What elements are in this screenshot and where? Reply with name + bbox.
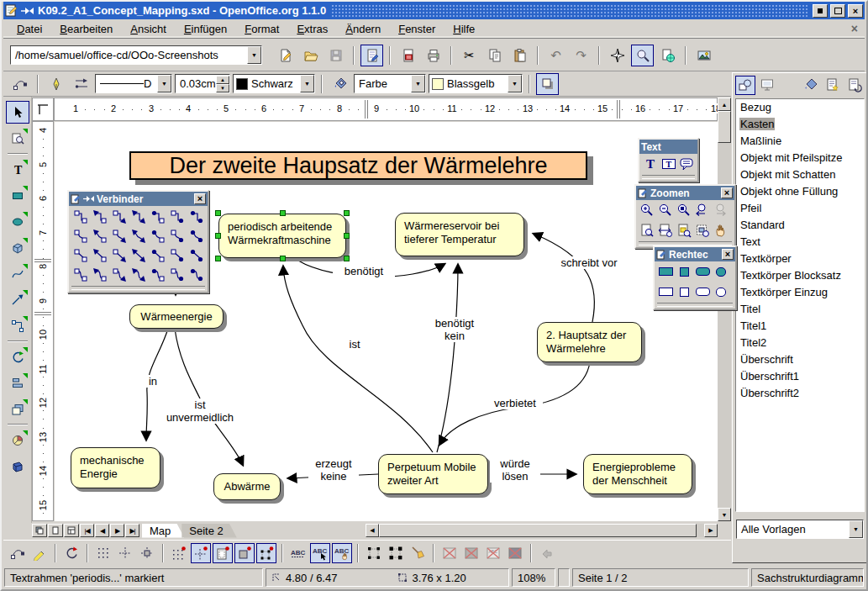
connector-type-icon[interactable]: [129, 226, 148, 245]
layer-view-button[interactable]: [64, 524, 79, 537]
rectangle-outline-button[interactable]: [656, 282, 675, 301]
minimize-button[interactable]: [813, 4, 828, 18]
line-style-dropdown[interactable]: ▼: [157, 75, 171, 92]
hatch-placeholder-button[interactable]: [505, 543, 525, 563]
effects-rotate-tool[interactable]: [6, 346, 29, 368]
selection-handle[interactable]: [215, 256, 221, 261]
export-pdf-button[interactable]: [397, 45, 419, 66]
status-zoom[interactable]: 108%: [512, 568, 555, 587]
style-item-text[interactable]: Text: [736, 235, 864, 251]
menu-einfuegen[interactable]: Einfügen: [177, 21, 234, 37]
palette-resize-strip[interactable]: [71, 286, 205, 290]
selection-handle[interactable]: [280, 210, 286, 216]
close-document-button[interactable]: ×: [851, 22, 858, 35]
menu-datei[interactable]: Datei: [10, 21, 49, 37]
arrow-style-button[interactable]: [70, 73, 92, 95]
square-outline-button[interactable]: [675, 282, 693, 301]
style-item-textkoerper-blocksatz[interactable]: Textkörper Blocksatz: [736, 268, 864, 285]
snap-object-frame-button[interactable]: [234, 543, 255, 563]
rounded-rectangle-filled-button[interactable]: [693, 262, 712, 281]
modify-with-attributes-button[interactable]: [408, 543, 428, 563]
line-width-down[interactable]: ▼: [216, 84, 229, 92]
style-item-objekt-mit-pfeilspitze[interactable]: Objekt mit Pfeilspitze: [736, 150, 864, 167]
rounded-rectangle-outline-button[interactable]: [693, 282, 712, 301]
edge-label-ist[interactable]: ist: [340, 338, 369, 351]
maximize-button[interactable]: [830, 4, 845, 18]
navigator-button[interactable]: [606, 45, 629, 66]
fill-color-combobox[interactable]: Blassgelb ▼: [429, 74, 523, 93]
connector-type-icon[interactable]: [148, 265, 167, 284]
style-item-ueberschrift2[interactable]: Überschrift2: [736, 386, 864, 403]
horizontal-scroll-track[interactable]: [697, 524, 704, 537]
connector-type-icon[interactable]: [129, 245, 148, 265]
zoom-optimal-button[interactable]: [675, 221, 693, 240]
connector-type-icon[interactable]: [187, 245, 206, 265]
tab-seite-2[interactable]: Seite 2: [181, 524, 236, 538]
selection-handle[interactable]: [344, 210, 350, 216]
menu-bearbeiten[interactable]: Bearbeiten: [53, 21, 119, 37]
master-view-button[interactable]: [48, 524, 63, 537]
zoom-tool[interactable]: [6, 127, 29, 150]
3d-objects-tool[interactable]: [6, 236, 29, 259]
lines-arrows-tool[interactable]: [6, 288, 29, 311]
3d-controller-tool[interactable]: [6, 455, 29, 478]
line-style-combobox[interactable]: D ▼: [95, 74, 172, 93]
node-hauptsatz[interactable]: 2. Hauptsatz der Wärmelehre: [537, 322, 642, 362]
rectangle-filled-button[interactable]: [656, 262, 675, 281]
new-document-button[interactable]: [274, 45, 297, 66]
picture-placeholder-button[interactable]: [439, 543, 460, 563]
connector-type-icon[interactable]: [71, 207, 90, 226]
direct-edit-button[interactable]: [29, 543, 50, 563]
next-page-button[interactable]: ▶: [110, 524, 124, 537]
open-button[interactable]: [299, 45, 322, 66]
palette-resize-strip[interactable]: [657, 303, 733, 307]
menu-extras[interactable]: Extras: [290, 21, 334, 37]
zoomen-palette[interactable]: Zoomen ×: [634, 184, 736, 249]
paste-button[interactable]: [508, 45, 531, 66]
title-bar[interactable]: K09.2_A1_Concept_Mapping.sxd - OpenOffic…: [3, 2, 865, 19]
verbinder-palette[interactable]: Verbinder ×: [67, 190, 209, 293]
edge-benoetigt-kein[interactable]: [437, 265, 458, 452]
presentation-styles-button[interactable]: [757, 76, 777, 95]
zoom-previous-button[interactable]: [693, 201, 712, 219]
zoom-100-button[interactable]: [675, 201, 693, 219]
horizontal-scroll-thumb[interactable]: [379, 524, 697, 537]
snap-object-points-button[interactable]: [256, 543, 276, 563]
map-title-box[interactable]: Der zweite Haupsatz der Wärmelehre: [129, 151, 587, 180]
scroll-left-button[interactable]: ◀: [366, 524, 379, 537]
menu-fenster[interactable]: Fenster: [392, 21, 442, 37]
ellipse-tool[interactable]: [6, 210, 29, 233]
tab-map[interactable]: Map: [142, 524, 184, 538]
connector-type-icon[interactable]: [71, 245, 90, 265]
zoom-next-button[interactable]: [712, 201, 730, 219]
graphics-styles-button[interactable]: [735, 76, 755, 95]
connector-type-icon[interactable]: [71, 226, 90, 245]
style-item-ueberschrift1[interactable]: Überschrift1: [736, 369, 864, 386]
edge-ist-unvermeidlich[interactable]: [175, 329, 243, 465]
snap-grid-button[interactable]: [169, 543, 189, 563]
selection-handle[interactable]: [215, 233, 221, 239]
previous-page-button[interactable]: ◀: [95, 524, 109, 537]
vertical-scroll-thumb[interactable]: [718, 111, 731, 143]
connector-tool[interactable]: [6, 314, 29, 337]
vertical-ruler[interactable]: 4 5 6 7 8 9 10 11 12 13 14 15: [32, 121, 54, 521]
scroll-up-button[interactable]: ▲: [718, 98, 731, 111]
rechtecke-palette[interactable]: Rechtec ×: [653, 245, 737, 310]
helplines-front-button[interactable]: [137, 543, 157, 563]
selection-handle[interactable]: [344, 233, 350, 239]
node-waermekraftmaschine[interactable]: periodisch arbeitende Wärmekraftmaschine: [218, 214, 346, 258]
scroll-right-button[interactable]: ▶: [704, 524, 718, 537]
rectangle-tool[interactable]: [6, 184, 29, 207]
zoomen-close-button[interactable]: ×: [721, 187, 733, 198]
menu-format[interactable]: Format: [238, 21, 286, 37]
save-button[interactable]: [324, 45, 347, 66]
edge-label-benoetigt-kein[interactable]: benötigt kein: [429, 317, 481, 342]
connector-type-icon[interactable]: [167, 245, 187, 265]
zoom-page-width-button[interactable]: [656, 221, 675, 240]
copy-button[interactable]: [483, 45, 506, 66]
connector-type-icon[interactable]: [90, 245, 109, 265]
fill-type-dropdown[interactable]: ▼: [411, 75, 425, 92]
alignment-tool[interactable]: [6, 372, 29, 394]
zoom-button[interactable]: [631, 45, 654, 66]
selection-handle[interactable]: [215, 210, 221, 216]
